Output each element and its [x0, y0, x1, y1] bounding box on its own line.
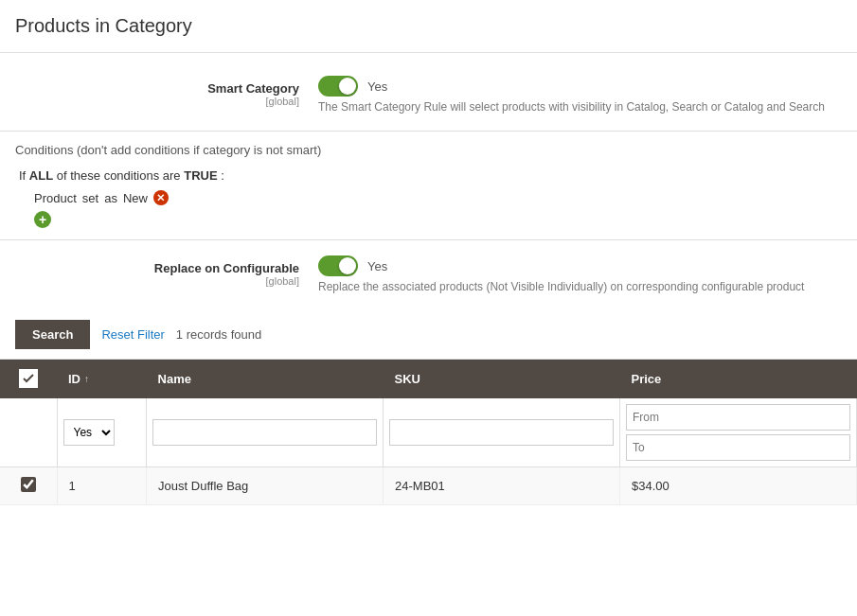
smart-category-sub-label: [global] [15, 96, 299, 107]
condition-product-label: Product [34, 191, 77, 205]
products-grid: ID ↑ Name SKU Price [0, 360, 857, 505]
col-price[interactable]: Price [620, 360, 857, 398]
conditions-section: Conditions (don't add conditions if cate… [0, 131, 857, 240]
smart-category-row: Smart Category [global] Yes The Smart Ca… [15, 76, 842, 114]
page-title: Products in Category [0, 15, 857, 53]
condition-as-label: as [104, 191, 117, 205]
condition-item: Product set as New ✕ [15, 190, 842, 205]
search-button[interactable]: Search [15, 320, 90, 349]
table-row: 1 Joust Duffle Bag 24-MB01 $34.00 [0, 467, 857, 505]
filter-id-select[interactable]: Yes No [63, 419, 115, 446]
id-sort-arrow: ↑ [84, 374, 89, 384]
condition-set-label: set [82, 191, 98, 205]
records-count: 1 records found [176, 327, 261, 342]
filter-id-cell: Yes No [57, 398, 147, 467]
conditions-title: Conditions (don't add conditions if cate… [15, 143, 842, 157]
add-condition-icon[interactable]: + [34, 211, 51, 228]
smart-category-label: Smart Category [207, 81, 299, 96]
delete-condition-icon[interactable]: ✕ [153, 190, 169, 205]
filter-price-to-input[interactable] [626, 434, 850, 461]
replace-configurable-hint: Replace the associated products (Not Vis… [318, 280, 842, 293]
smart-category-toggle-value: Yes [367, 79, 387, 94]
reset-filter-button[interactable]: Reset Filter [101, 327, 164, 342]
grid-header-row: ID ↑ Name SKU Price [0, 360, 857, 398]
row-checkbox[interactable] [21, 477, 36, 492]
condition-value-label: New [123, 191, 148, 205]
true-keyword: TRUE [184, 168, 217, 183]
filter-sku-cell [384, 398, 620, 467]
replace-configurable-sub-label: [global] [15, 275, 299, 287]
row-sku-cell: 24-MB01 [384, 467, 620, 505]
replace-configurable-toggle[interactable] [318, 255, 358, 276]
col-sku[interactable]: SKU [384, 360, 620, 398]
smart-category-hint: The Smart Category Rule will select prod… [318, 100, 842, 114]
grid-toolbar: Search Reset Filter 1 records found [0, 310, 857, 360]
header-checkbox[interactable] [19, 369, 38, 388]
condition-if-line: If ALL of these conditions are TRUE : [15, 168, 842, 183]
row-id-cell: 1 [57, 467, 147, 505]
all-keyword: ALL [29, 168, 53, 183]
smart-category-toggle[interactable] [318, 76, 358, 97]
filter-price-cell [620, 398, 857, 467]
row-checkbox-cell [0, 467, 57, 505]
filter-name-input[interactable] [152, 419, 377, 446]
filter-checkbox-cell [0, 398, 57, 467]
replace-configurable-label: Replace on Configurable [154, 261, 299, 275]
filter-sku-input[interactable] [389, 419, 614, 446]
row-name-cell: Joust Duffle Bag [147, 467, 384, 505]
filter-price-from-input[interactable] [626, 404, 850, 431]
filter-name-cell [147, 398, 384, 467]
replace-configurable-toggle-value: Yes [367, 259, 387, 273]
replace-on-configurable-row: Replace on Configurable [global] Yes Rep… [15, 255, 842, 293]
col-name[interactable]: Name [147, 360, 384, 398]
filter-row: Yes No [0, 398, 857, 467]
col-checkbox [0, 360, 57, 398]
col-id[interactable]: ID ↑ [57, 360, 147, 398]
row-price-cell: $34.00 [620, 467, 857, 505]
